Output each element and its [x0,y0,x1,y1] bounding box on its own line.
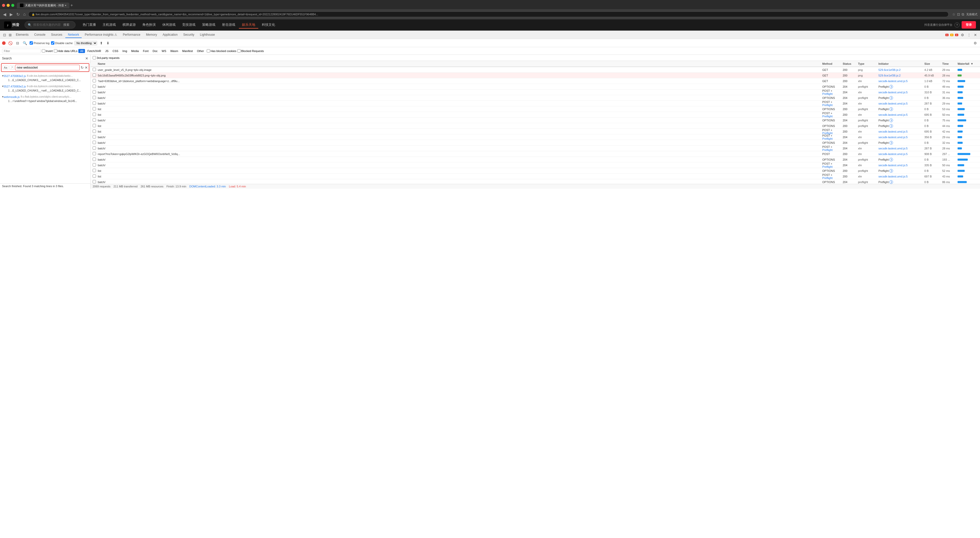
nav-hostgame[interactable]: 主机游戏 [100,21,119,29]
refresh-button[interactable]: ↻ [15,11,21,17]
header-size[interactable]: Size [924,62,942,65]
preflight-link[interactable]: Preflight [822,148,832,151]
tab-performance-insights[interactable]: Performance insights ⚠ [82,32,120,38]
match-3-1[interactable]: 1 ...='undefined'==typeof window?global:… [6,99,88,103]
table-row[interactable]: batch/ POST + Preflight 204 xhr secsdk-l… [91,89,980,95]
has-blocked-label[interactable]: Has blocked cookies [207,49,236,52]
invert-label[interactable]: Invert [42,49,53,52]
filter-wasm[interactable]: Wasm [169,49,180,53]
row-checkbox[interactable] [93,96,96,99]
preflight-info-icon[interactable]: ℹ [889,141,893,144]
filter-media[interactable]: Media [129,49,141,53]
table-row[interactable]: list OPTIONS 200 preflight Preflight ℹ 0… [91,168,980,174]
filter-all[interactable]: All [78,49,85,53]
devtools-dock-icon[interactable]: ⊡ [2,32,7,38]
table-row[interactable]: batch/ OPTIONS 204 preflight Preflight ℹ… [91,117,980,123]
filter-button[interactable]: ⊟ [15,41,20,46]
row-initiator[interactable]: secsdk-lastest.umd.js:5 [878,147,924,150]
filter-doc[interactable]: Doc [151,49,159,53]
tab-memory[interactable]: Memory [143,32,159,38]
row-initiator[interactable]: 529.6ce1ef38.js:2 [878,74,924,77]
preflight-info-icon[interactable]: ℹ [889,85,893,89]
back-button[interactable]: ◀ [2,11,7,17]
row-initiator[interactable]: secsdk-lastest.umd.js:5 [878,130,924,133]
filter-font[interactable]: Font [141,49,150,53]
nav-strategy[interactable]: 策略游戏 [199,21,218,29]
table-row[interactable]: list OPTIONS 200 preflight Preflight ℹ 0… [91,106,980,112]
network-settings-icon[interactable]: ⚙ [973,41,978,46]
invert-checkbox[interactable] [42,49,45,52]
header-name[interactable]: Name [98,62,822,65]
tab-network[interactable]: Network [65,32,82,38]
row-checkbox[interactable] [93,102,96,105]
filter-other[interactable]: Other [195,49,206,53]
table-row[interactable]: batch/ OPTIONS 204 preflight Preflight ℹ… [91,179,980,184]
row-checkbox[interactable] [93,118,96,122]
row-checkbox[interactable] [93,163,96,167]
filter-fetchxhr[interactable]: Fetch/XHR [86,49,103,53]
devtools-settings-icon[interactable]: ⚙ [960,32,965,38]
disable-cache-label[interactable]: Disable cache [51,41,73,44]
search-button[interactable]: 🔍 [22,41,28,46]
preflight-link[interactable]: Preflight [822,165,832,168]
tab-sources[interactable]: Sources [48,32,65,38]
preflight-info-icon[interactable]: ℹ [889,96,893,100]
preflight-info-icon[interactable]: ℹ [889,158,893,161]
search-close-button[interactable]: ✕ [85,56,88,60]
row-checkbox[interactable] [93,79,96,83]
close-button[interactable] [2,4,5,7]
row-checkbox[interactable] [93,141,96,144]
table-row[interactable]: batch/ OPTIONS 204 preflight Preflight ℹ… [91,140,980,146]
preflight-info-icon[interactable]: ℹ [889,119,893,122]
preflight-link[interactable]: Preflight [822,103,832,106]
table-row[interactable]: batch/ OPTIONS 204 preflight Preflight ℹ… [91,95,980,101]
header-initiator[interactable]: Initiator [878,62,924,65]
home-button[interactable]: ⌂ [22,11,27,17]
filename-2[interactable]: 5527.470083e2.js [3,85,26,88]
help-button[interactable]: ? [955,22,959,27]
blocked-requests-checkbox[interactable] [237,49,241,52]
tab-security[interactable]: Security [181,32,197,38]
match-1-1[interactable]: 1 ...E_LOADED_CHUNKS__=self.__LOADABLE_L… [6,78,88,83]
preflight-link[interactable]: Preflight [822,176,832,179]
table-row[interactable]: list POST + Preflight 200 xhr secsdk-las… [91,129,980,134]
table-row[interactable]: 5dc16d53aeaf94685c2b03fffceb8823.png~tpl… [91,73,980,78]
search-btn[interactable]: 搜索 [63,23,69,27]
nav-entertainment[interactable]: 娱乐天地 [239,21,258,29]
preserve-log-checkbox[interactable] [30,41,33,44]
preflight-info-icon[interactable]: ℹ [889,180,893,184]
devtools-close-icon[interactable]: ✕ [973,32,978,38]
filter-img[interactable]: Img [121,49,129,53]
table-row[interactable]: batch/ POST + Preflight 204 xhr secsdk-l… [91,134,980,140]
table-row[interactable]: batch/ POST + Preflight 204 xhr secsdk-l… [91,101,980,106]
header-method[interactable]: Method [822,62,843,65]
table-row[interactable]: list POST + Preflight 200 xhr secsdk-las… [91,112,980,117]
hide-data-urls-label[interactable]: Hide data URLs [54,49,78,52]
row-checkbox[interactable] [93,113,96,116]
new-tab-button[interactable]: + [70,3,73,8]
row-initiator[interactable]: 529.6ce1ef38.js:2 [878,68,924,71]
row-checkbox[interactable] [93,107,96,110]
forward-button[interactable]: ▶ [9,11,14,17]
preflight-link[interactable]: Preflight [822,92,832,95]
nav-hotlive[interactable]: 热门直播 [80,21,99,29]
filter-css[interactable]: CSS [111,49,120,53]
row-initiator[interactable]: secsdk-lastest.umd.js:5 [878,91,924,94]
case-sensitive-button[interactable]: Aa [3,65,8,70]
row-initiator[interactable]: secsdk-lastest.umd.js:5 [878,136,924,139]
header-time[interactable]: Time [942,62,958,65]
blocked-requests-label[interactable]: Blocked Requests [237,49,264,52]
site-search[interactable]: 🔍 搜索你感兴趣的内容 搜索 [24,21,76,29]
minimize-button[interactable] [6,4,10,7]
row-checkbox[interactable] [93,68,96,71]
preflight-info-icon[interactable]: ℹ [889,169,893,173]
bookmark-icon[interactable]: ☆ [952,12,956,17]
nav-shooter[interactable]: 射击游戏 [219,21,239,29]
third-party-checkbox[interactable] [93,56,96,59]
row-checkbox[interactable] [93,73,96,77]
table-row[interactable]: list OPTIONS 200 preflight Preflight ℹ 0… [91,123,980,129]
row-checkbox[interactable] [93,135,96,138]
filename-3[interactable]: webmssdk.js [3,95,20,98]
filter-manifest[interactable]: Manifest [180,49,195,53]
tab-application[interactable]: Application [160,32,180,38]
